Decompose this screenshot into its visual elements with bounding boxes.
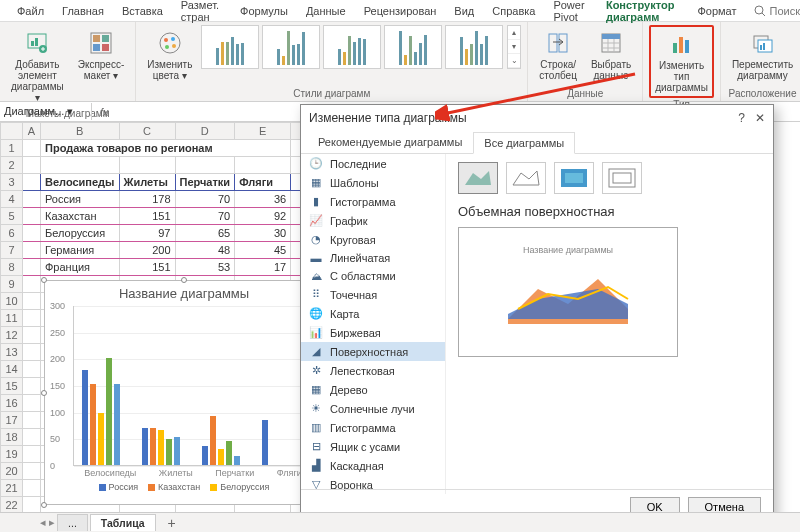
select-data-button[interactable]: Выбрать данные — [586, 25, 636, 85]
embedded-chart[interactable]: Название диаграммы 050100150200250300 Ве… — [44, 280, 324, 505]
dialog-title-text: Изменение типа диаграммы — [309, 111, 467, 125]
chart-type-list[interactable]: 🕒Последние▦Шаблоны▮Гистограмма📈График◔Кр… — [301, 154, 446, 494]
svg-rect-28 — [565, 173, 583, 183]
chart-type-8[interactable]: 🌐Карта — [301, 304, 445, 323]
group-data-label: Данные — [567, 88, 603, 99]
svg-rect-10 — [102, 44, 109, 51]
chart-type-0[interactable]: 🕒Последние — [301, 154, 445, 173]
tab-рецензирован[interactable]: Рецензирован — [355, 2, 446, 20]
preview-name: Объемная поверхностная — [458, 204, 761, 219]
style-thumb-0[interactable] — [201, 25, 259, 69]
close-icon[interactable]: ✕ — [755, 111, 765, 125]
group-layouts: Добавить элемент диаграммы ▾ Экспресс- м… — [0, 22, 136, 101]
svg-line-1 — [762, 13, 765, 16]
tab-данные[interactable]: Данные — [297, 2, 355, 20]
group-data: Строка/ столбец Выбрать данные Данные — [528, 22, 643, 101]
chart-x-axis: ВелосипедыЖилетыПерчаткиФляги — [73, 468, 313, 478]
sheet-tab-active[interactable]: Таблица — [90, 514, 156, 531]
chart-type-1[interactable]: ▦Шаблоны — [301, 173, 445, 192]
ribbon: Добавить элемент диаграммы ▾ Экспресс- м… — [0, 22, 800, 102]
svg-rect-16 — [549, 34, 557, 52]
group-type: Изменить тип диаграммы Тип — [643, 22, 721, 101]
ribbon-tabs: ФайлГлавнаяВставкаРазмет. странФормулыДа… — [0, 0, 800, 22]
svg-rect-9 — [93, 44, 100, 51]
style-thumb-3[interactable] — [384, 25, 442, 69]
svg-point-11 — [160, 33, 180, 53]
search-box[interactable]: Поиск — [754, 5, 800, 17]
chart-type-9[interactable]: 📊Биржевая — [301, 323, 445, 342]
chart-preview-thumbnail[interactable]: Название диаграммы — [458, 227, 678, 357]
dialog-titlebar[interactable]: Изменение типа диаграммы ? ✕ — [301, 105, 773, 131]
style-thumb-2[interactable] — [323, 25, 381, 69]
group-styles-label: Стили диаграмм — [293, 88, 370, 99]
svg-rect-17 — [559, 34, 567, 52]
name-box[interactable]: Диаграмм... ▾ — [0, 103, 92, 120]
move-chart-button[interactable]: Переместить диаграмму — [727, 25, 798, 85]
chart-type-2[interactable]: ▮Гистограмма — [301, 192, 445, 211]
chart-type-5[interactable]: ▬Линейчатая — [301, 249, 445, 267]
tab-all-charts[interactable]: Все диаграммы — [473, 132, 575, 154]
svg-rect-26 — [763, 43, 765, 50]
sheet-tab-other[interactable]: ... — [57, 514, 88, 531]
change-colors-button[interactable]: Изменить цвета ▾ — [142, 25, 197, 85]
svg-point-12 — [164, 38, 168, 42]
chart-style-gallery[interactable] — [201, 25, 503, 69]
switch-row-col-button[interactable]: Строка/ столбец — [534, 25, 582, 85]
tab-вид[interactable]: Вид — [445, 2, 483, 20]
subtype-contour[interactable] — [554, 162, 594, 194]
tab-вставка[interactable]: Вставка — [113, 2, 172, 20]
chart-type-10[interactable]: ◢Поверхностная — [301, 342, 445, 361]
tab-recommended[interactable]: Рекомендуемые диаграммы — [307, 131, 473, 153]
chart-type-7[interactable]: ⠿Точечная — [301, 285, 445, 304]
group-styles: Изменить цвета ▾ ▴▾⌄ Стили диаграмм — [136, 22, 528, 101]
group-location: Переместить диаграмму Расположение — [721, 22, 800, 101]
tab-файл[interactable]: Файл — [8, 2, 53, 20]
subtype-wire-contour[interactable] — [602, 162, 642, 194]
chart-title[interactable]: Название диаграммы — [45, 281, 323, 306]
svg-rect-7 — [93, 35, 100, 42]
tab-главная[interactable]: Главная — [53, 2, 113, 20]
quick-layout-button[interactable]: Экспресс- макет ▾ — [73, 25, 130, 85]
chart-legend: РоссияКазахстанБелоруссия — [45, 482, 323, 492]
chart-type-3[interactable]: 📈График — [301, 211, 445, 230]
style-thumb-1[interactable] — [262, 25, 320, 69]
chart-type-14[interactable]: ▥Гистограмма — [301, 418, 445, 437]
svg-point-13 — [171, 37, 175, 41]
svg-rect-20 — [673, 43, 677, 53]
chart-type-16[interactable]: ▟Каскадная — [301, 456, 445, 475]
chart-type-12[interactable]: ▦Дерево — [301, 380, 445, 399]
tab-формулы[interactable]: Формулы — [231, 2, 297, 20]
chart-type-13[interactable]: ☀Солнечные лучи — [301, 399, 445, 418]
dialog-tabs: Рекомендуемые диаграммы Все диаграммы — [301, 131, 773, 154]
sheet-tab-bar: ◂ ▸ ... Таблица + — [0, 512, 800, 532]
style-thumb-4[interactable] — [445, 25, 503, 69]
chart-plot-area[interactable]: 050100150200250300 — [73, 306, 313, 466]
subtype-wireframe-surface[interactable] — [506, 162, 546, 194]
svg-rect-30 — [613, 173, 631, 183]
change-chart-type-button[interactable]: Изменить тип диаграммы — [649, 25, 714, 98]
change-chart-type-dialog: Изменение типа диаграммы ? ✕ Рекомендуем… — [300, 104, 774, 524]
fx-icon[interactable]: fx — [92, 106, 117, 118]
svg-rect-19 — [602, 34, 620, 39]
svg-rect-25 — [760, 45, 762, 50]
chart-type-6[interactable]: ⛰С областями — [301, 267, 445, 285]
chart-type-preview: Объемная поверхностная Название диаграмм… — [446, 154, 773, 494]
svg-rect-21 — [679, 37, 683, 53]
svg-point-14 — [172, 44, 176, 48]
svg-rect-8 — [102, 35, 109, 42]
help-icon[interactable]: ? — [738, 111, 745, 125]
svg-point-15 — [165, 45, 169, 49]
svg-point-0 — [755, 6, 763, 14]
group-location-label: Расположение — [729, 88, 797, 99]
svg-rect-3 — [31, 41, 34, 46]
gallery-nav[interactable]: ▴▾⌄ — [507, 25, 521, 69]
chart-type-15[interactable]: ⊟Ящик с усами — [301, 437, 445, 456]
svg-rect-22 — [685, 40, 689, 53]
tab-формат[interactable]: Формат — [688, 2, 745, 20]
chart-type-4[interactable]: ◔Круговая — [301, 230, 445, 249]
chart-type-11[interactable]: ✲Лепестковая — [301, 361, 445, 380]
add-chart-element-button[interactable]: Добавить элемент диаграммы ▾ — [6, 25, 69, 107]
add-sheet-button[interactable]: + — [158, 513, 186, 533]
tab-справка[interactable]: Справка — [483, 2, 544, 20]
subtype-3d-surface[interactable] — [458, 162, 498, 194]
